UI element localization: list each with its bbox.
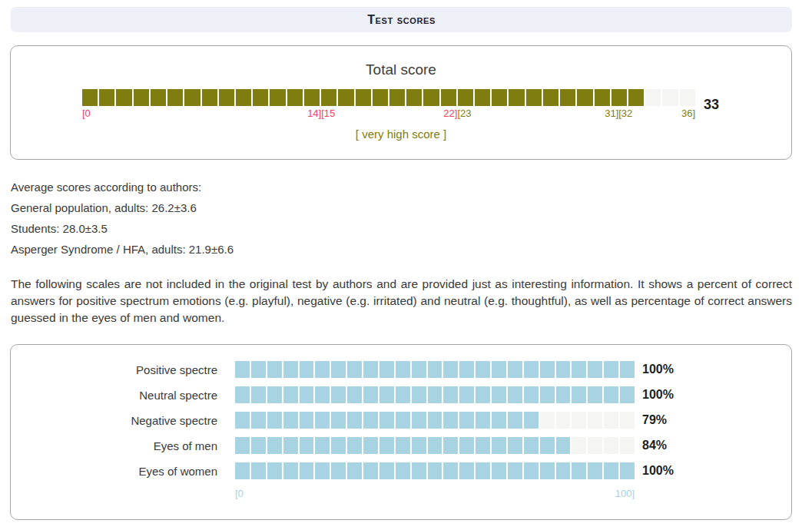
subscale-segment-empty	[620, 437, 635, 454]
subscale-segment-filled	[508, 412, 522, 429]
subscale-segment-filled	[476, 386, 490, 403]
subscale-segment-filled	[556, 462, 571, 479]
subscale-segment-filled	[347, 386, 362, 403]
subscale-segment-filled	[300, 412, 314, 429]
total-score-segment-empty	[680, 89, 695, 106]
subscale-segment-empty	[540, 412, 555, 429]
total-score-segment-filled	[99, 89, 114, 106]
subscale-segment-filled	[588, 462, 602, 479]
subscale-segment-filled	[459, 412, 474, 429]
total-score-segment-filled	[509, 89, 524, 106]
subscale-segment-filled	[235, 361, 250, 378]
average-score-line: Students: 28.0±3.5	[11, 218, 792, 239]
subscale-segment-filled	[412, 437, 426, 454]
subscale-segment-filled	[459, 361, 474, 378]
total-score-row: [014][1522][2331][3236] 33	[82, 89, 791, 120]
subscale-segment-filled	[540, 386, 555, 403]
average-score-line: Average scores according to authors:	[11, 177, 792, 197]
subscale-segment-filled	[459, 386, 474, 403]
subscale-rows: Positive spectre100%Neutral spectre100%N…	[11, 361, 791, 499]
subscale-segment-filled	[572, 361, 586, 378]
subscale-segment-filled	[315, 437, 330, 454]
subscale-label: Eyes of men	[11, 439, 235, 452]
subscale-segment-filled	[540, 437, 555, 454]
subscale-segment-filled	[604, 386, 618, 403]
subscale-segment-filled	[283, 361, 298, 378]
subscale-segment-filled	[492, 462, 506, 479]
subscale-segment-filled	[363, 412, 378, 429]
subscale-row: Eyes of men84%	[11, 437, 791, 454]
subscale-segment-filled	[267, 462, 282, 479]
total-score-card: Total score [014][1522][2331][3236] 33 […	[10, 45, 792, 160]
axis-min-label: [0	[235, 488, 244, 499]
subscale-label: Negative spectre	[11, 414, 235, 427]
subscale-segment-empty	[604, 412, 618, 429]
subscale-segment-filled	[443, 361, 458, 378]
subscale-segment-filled	[588, 386, 602, 403]
subscale-segment-filled	[267, 437, 282, 454]
total-score-segment-filled	[304, 89, 320, 106]
total-score-segment-filled	[287, 89, 303, 106]
subscale-segment-filled	[443, 386, 458, 403]
subscale-segment-filled	[508, 386, 522, 403]
subscale-segment-filled	[283, 462, 298, 479]
subscale-segment-filled	[556, 386, 571, 403]
subscale-segment-filled	[315, 386, 330, 403]
total-score-segment-filled	[338, 89, 353, 106]
scale-tick-part: 36]	[681, 108, 695, 119]
subscale-segment-filled	[235, 462, 250, 479]
subscale-segment-filled	[476, 361, 490, 378]
subscale-segment-filled	[331, 386, 346, 403]
subscale-segment-filled	[428, 412, 442, 429]
subscale-segment-filled	[379, 462, 394, 479]
subscale-segment-empty	[620, 412, 635, 429]
total-score-segment-filled	[270, 89, 285, 106]
subscale-segment-filled	[347, 462, 362, 479]
subscale-value: 100%	[642, 363, 674, 376]
total-score-segment-filled	[167, 89, 183, 106]
scale-tick-part: 22]	[443, 108, 457, 119]
subscale-bar-wrap	[235, 437, 635, 454]
average-scores-block: Average scores according to authors:Gene…	[11, 177, 792, 260]
subscale-segment-filled	[443, 437, 458, 454]
total-score-segment-filled	[236, 89, 251, 106]
subscale-segment-filled	[331, 412, 346, 429]
subscale-segment-empty	[572, 412, 586, 429]
scale-tick-part: 14][15	[307, 108, 335, 119]
subscale-segment-filled	[396, 361, 410, 378]
subscale-segment-filled	[379, 361, 394, 378]
total-score-segment-empty	[645, 89, 661, 106]
subscale-label: Eyes of women	[11, 465, 235, 478]
subscales-card: Positive spectre100%Neutral spectre100%N…	[10, 344, 792, 520]
subscale-segment-filled	[540, 462, 555, 479]
subscale-segment-filled	[235, 386, 250, 403]
subscale-segment-filled	[267, 386, 282, 403]
subscale-segment-filled	[396, 412, 410, 429]
scale-tick: [0	[82, 108, 91, 119]
subscale-segment-filled	[604, 361, 618, 378]
subscale-segment-filled	[524, 386, 539, 403]
subscale-segment-filled	[443, 462, 458, 479]
total-score-segment-filled	[441, 89, 456, 106]
subscale-segment-filled	[347, 412, 362, 429]
subscale-segment-filled	[300, 361, 314, 378]
subscale-label: Neutral spectre	[11, 389, 235, 402]
subscale-segment-filled	[412, 361, 426, 378]
subscale-segment-empty	[604, 437, 618, 454]
subscale-segment-filled	[412, 412, 426, 429]
subscale-segment-filled	[315, 412, 330, 429]
subscale-segment-filled	[283, 437, 298, 454]
subscale-segment-filled	[492, 361, 506, 378]
subscale-segment-filled	[363, 462, 378, 479]
scale-tick: 22][23	[443, 108, 471, 119]
subscale-segment-filled	[363, 437, 378, 454]
total-score-segment-filled	[526, 89, 542, 106]
total-score-segment-filled	[475, 89, 490, 106]
total-score-segment-filled	[611, 89, 627, 106]
subscale-segment-filled	[379, 386, 394, 403]
score-verdict: [ very high score ]	[11, 128, 791, 141]
total-score-segment-filled	[184, 89, 200, 106]
total-score-segment-filled	[151, 89, 166, 106]
subscale-bar-wrap	[235, 462, 635, 479]
subscale-segment-filled	[428, 386, 442, 403]
